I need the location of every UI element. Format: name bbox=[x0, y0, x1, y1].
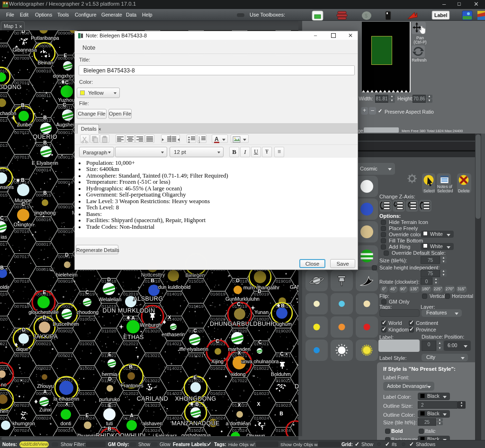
svg-text:008021: 008021 bbox=[36, 341, 51, 346]
svg-text:A: A bbox=[43, 389, 47, 394]
svg-text:010023: 010023 bbox=[80, 391, 95, 396]
svg-text:B: B bbox=[43, 190, 47, 196]
svg-text:010022: 010022 bbox=[80, 366, 95, 371]
svg-text:013020: 013020 bbox=[145, 328, 160, 333]
svg-text:bieleheim: bieleheim bbox=[56, 272, 78, 278]
svg-text:006013: 006013 bbox=[0, 143, 8, 148]
svg-text:Beinan: Beinan bbox=[38, 60, 54, 65]
svg-text:E: E bbox=[63, 53, 67, 58]
svg-text:020019: 020019 bbox=[297, 291, 298, 296]
svg-text:GDONG: GDONG bbox=[0, 84, 22, 90]
svg-text:RHIDKOOWHUDI: RHIDKOOWHUDI bbox=[96, 432, 146, 436]
svg-text:009013: 009013 bbox=[58, 154, 73, 160]
svg-text:013021: 013021 bbox=[145, 353, 160, 358]
svg-text:Xijing: Xijing bbox=[211, 358, 224, 364]
svg-text:Duscelheim: Duscelheim bbox=[53, 321, 79, 327]
svg-text:019020: 019020 bbox=[276, 328, 291, 333]
svg-text:006024: 006024 bbox=[0, 415, 8, 421]
svg-text:009015: 009015 bbox=[58, 204, 73, 209]
svg-text:012023: 012023 bbox=[123, 391, 138, 396]
svg-text:D: D bbox=[258, 288, 261, 294]
svg-text:007013: 007013 bbox=[14, 154, 29, 160]
svg-text:007016: 007016 bbox=[14, 229, 29, 234]
svg-text:A: A bbox=[215, 136, 219, 143]
svg-text:008011: 008011 bbox=[36, 93, 51, 98]
svg-text:Zhuangz: Zhuangz bbox=[76, 433, 96, 436]
svg-text:i Falszkarz: i Falszkarz bbox=[153, 433, 177, 436]
svg-text:B: B bbox=[129, 364, 133, 369]
svg-text:Nottcesttry: Nottcesttry bbox=[141, 272, 165, 278]
svg-text:Zunbei: Zunbei bbox=[17, 122, 32, 127]
svg-text:Putlaribanpa: Putlaribanpa bbox=[31, 35, 59, 41]
svg-text:015018: 015018 bbox=[189, 278, 204, 284]
svg-text:014022: 014022 bbox=[167, 366, 182, 371]
svg-text:007023: 007023 bbox=[14, 403, 29, 408]
svg-text:B: B bbox=[43, 115, 47, 120]
svg-text:GunMurkluluhn: GunMurkluluhn bbox=[225, 296, 260, 302]
svg-text:purluruko: purluruko bbox=[99, 396, 120, 402]
svg-text:hert: hert bbox=[0, 408, 9, 414]
svg-text:a dorthlean: a dorthlean bbox=[225, 421, 251, 426]
svg-text:glouchestville: glouchestville bbox=[28, 309, 59, 315]
svg-text:A: A bbox=[130, 412, 134, 418]
svg-text:010021: 010021 bbox=[80, 341, 95, 346]
svg-text:B: B bbox=[108, 426, 111, 431]
svg-text:007024: 007024 bbox=[14, 428, 30, 433]
svg-text:019018: 019018 bbox=[276, 278, 291, 284]
svg-text:009012: 009012 bbox=[58, 130, 73, 135]
svg-text:020024: 020024 bbox=[297, 415, 298, 421]
svg-text:006009: 006009 bbox=[0, 43, 8, 48]
svg-text:013022: 013022 bbox=[145, 378, 160, 383]
svg-text:X: X bbox=[237, 350, 241, 356]
svg-text:Welalelian: Welalelian bbox=[99, 296, 122, 302]
svg-text:tuti: tuti bbox=[106, 421, 113, 426]
svg-text:008017: 008017 bbox=[36, 242, 51, 247]
svg-text:X: X bbox=[65, 401, 68, 407]
svg-text:E: E bbox=[43, 289, 46, 295]
svg-text:019022: 019022 bbox=[276, 378, 291, 383]
svg-text:007009: 007009 bbox=[14, 55, 29, 61]
svg-text:no: no bbox=[1, 382, 7, 387]
svg-text:DHUNGARBULDBUHR: DHUNGARBULDBUHR bbox=[210, 321, 275, 327]
svg-text:ias: ias bbox=[0, 234, 7, 240]
svg-text:006015: 006015 bbox=[0, 192, 8, 197]
svg-text:D: D bbox=[107, 277, 111, 282]
svg-text:016019: 016019 bbox=[210, 291, 225, 296]
svg-text:006021: 006021 bbox=[0, 341, 8, 346]
svg-text:C: C bbox=[216, 338, 219, 344]
svg-text:Frantones: Frantones bbox=[121, 383, 144, 388]
svg-text:E: E bbox=[108, 351, 111, 357]
svg-text:QUERIO: QUERIO bbox=[33, 134, 57, 140]
svg-text:008018: 008018 bbox=[36, 267, 51, 272]
svg-text:015021: 015021 bbox=[189, 353, 204, 358]
svg-text:C: C bbox=[63, 102, 66, 108]
svg-text:Ohuwun: Ohuwun bbox=[246, 433, 265, 436]
svg-text:GAMONAE: GAMONAE bbox=[290, 284, 298, 290]
svg-text:B: B bbox=[195, 401, 199, 407]
svg-text:$: $ bbox=[365, 13, 368, 18]
svg-text:onshabarqua: onshabarqua bbox=[181, 432, 211, 436]
svg-text:015019: 015019 bbox=[189, 304, 204, 309]
svg-text:007012: 007012 bbox=[14, 130, 29, 135]
svg-text:khurngron: khurngron bbox=[12, 421, 35, 426]
svg-text:Dughum: Dughum bbox=[273, 321, 292, 327]
svg-text:C: C bbox=[193, 328, 197, 333]
svg-text:D: D bbox=[43, 314, 46, 320]
svg-text:Yunan: Yunan bbox=[254, 309, 269, 315]
svg-text:B: B bbox=[279, 411, 283, 416]
svg-text:007019: 007019 bbox=[14, 304, 29, 309]
svg-text:D: D bbox=[236, 278, 240, 283]
svg-text:020022: 020022 bbox=[297, 366, 298, 371]
svg-text:Zunxi: Zunxi bbox=[39, 407, 52, 412]
svg-text:DIR: DIR bbox=[295, 383, 298, 390]
svg-text:014021: 014021 bbox=[167, 341, 182, 346]
svg-text:enthaserin: enthaserin bbox=[162, 332, 185, 337]
svg-text:unva ohulnanora: unva ohulnanora bbox=[242, 358, 279, 364]
svg-text:zhoudong: zhoudong bbox=[77, 309, 99, 315]
svg-text:3: 3 bbox=[198, 141, 200, 143]
svg-text:Zhouyu: Zhouyu bbox=[37, 383, 54, 389]
svg-text:017018: 017018 bbox=[232, 278, 247, 284]
svg-text:009016: 009016 bbox=[58, 229, 73, 234]
svg-text:E: E bbox=[85, 412, 89, 418]
svg-text:X: X bbox=[237, 402, 241, 408]
